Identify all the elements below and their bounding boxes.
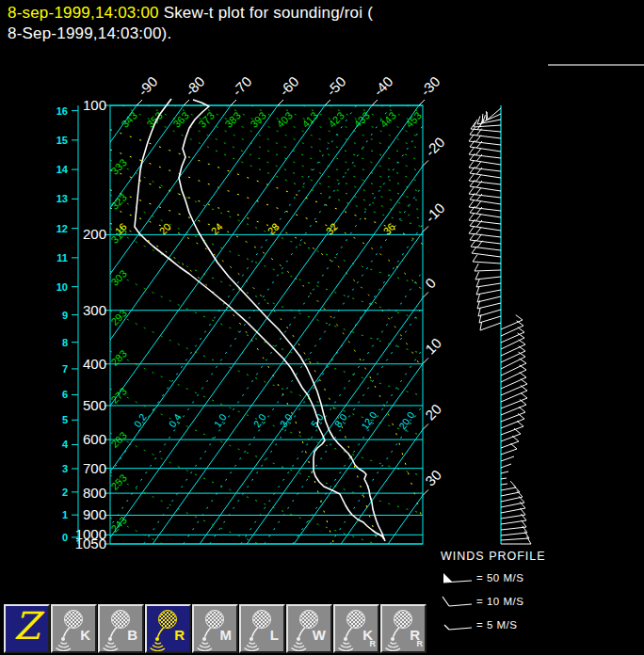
legend-row-50ms: = 50 M/S bbox=[441, 571, 638, 584]
button-sublabel: R bbox=[370, 639, 377, 648]
svg-text:8: 8 bbox=[62, 337, 68, 348]
svg-text:3: 3 bbox=[62, 463, 68, 474]
svg-text:400: 400 bbox=[83, 356, 106, 372]
toolbar-button-w[interactable]: W bbox=[286, 604, 332, 653]
svg-text:253: 253 bbox=[108, 471, 128, 491]
svg-text:900: 900 bbox=[83, 506, 106, 522]
wind-legend-title: WINDS PROFILE bbox=[441, 550, 638, 563]
svg-text:0: 0 bbox=[422, 275, 439, 292]
svg-text:-40: -40 bbox=[370, 73, 395, 99]
svg-text:2.0: 2.0 bbox=[251, 411, 268, 429]
svg-text:-10: -10 bbox=[422, 200, 447, 225]
toolbar-button-m[interactable]: M bbox=[192, 604, 238, 653]
toolbar-button-z[interactable]: Z bbox=[4, 604, 50, 653]
svg-text:10: 10 bbox=[56, 281, 68, 293]
svg-text:20.0: 20.0 bbox=[396, 409, 417, 432]
svg-text:500: 500 bbox=[83, 397, 106, 413]
svg-text:-80: -80 bbox=[182, 73, 207, 99]
button-label: W bbox=[313, 627, 326, 643]
button-label: B bbox=[127, 627, 137, 643]
svg-text:-90: -90 bbox=[135, 73, 160, 99]
svg-text:393: 393 bbox=[248, 109, 267, 129]
button-label: L bbox=[270, 627, 279, 643]
svg-text:13: 13 bbox=[56, 193, 68, 204]
svg-text:273: 273 bbox=[108, 385, 128, 405]
svg-text:2: 2 bbox=[62, 487, 68, 498]
svg-text:243: 243 bbox=[108, 514, 128, 534]
svg-text:1.0: 1.0 bbox=[212, 411, 229, 429]
flag-barb-icon bbox=[441, 571, 473, 584]
svg-text:6: 6 bbox=[62, 389, 68, 400]
toolbar-button-l[interactable]: L bbox=[239, 604, 285, 653]
svg-text:1050: 1050 bbox=[75, 535, 106, 551]
toolbar-button-rr[interactable]: R R bbox=[380, 604, 427, 653]
legend-label: = 50 M/S bbox=[476, 572, 523, 583]
svg-text:0.4: 0.4 bbox=[167, 411, 184, 429]
svg-text:700: 700 bbox=[83, 460, 106, 476]
svg-text:373: 373 bbox=[196, 109, 216, 129]
svg-text:15: 15 bbox=[56, 135, 68, 146]
button-sublabel: R bbox=[417, 639, 424, 648]
svg-text:4: 4 bbox=[62, 439, 69, 450]
svg-text:423: 423 bbox=[326, 109, 346, 129]
svg-text:11: 11 bbox=[56, 252, 68, 264]
svg-text:9: 9 bbox=[62, 310, 68, 321]
svg-text:-70: -70 bbox=[229, 73, 254, 99]
svg-text:12.0: 12.0 bbox=[359, 409, 379, 432]
svg-text:20: 20 bbox=[422, 401, 444, 423]
skew-t-window: { "title": { "datetime_highlight": "8-se… bbox=[0, 0, 644, 655]
svg-text:283: 283 bbox=[108, 347, 128, 367]
toolbar-button-b[interactable]: B bbox=[98, 604, 144, 653]
svg-text:800: 800 bbox=[83, 485, 106, 501]
button-label: M bbox=[220, 627, 233, 643]
button-label: R bbox=[174, 627, 185, 643]
svg-text:5: 5 bbox=[62, 414, 68, 425]
svg-text:600: 600 bbox=[83, 431, 106, 447]
full-barb-icon bbox=[441, 595, 473, 608]
svg-text:-60: -60 bbox=[276, 73, 301, 99]
svg-text:10: 10 bbox=[422, 335, 444, 358]
z-tool-icon: Z bbox=[6, 604, 48, 647]
svg-text:16: 16 bbox=[56, 105, 68, 117]
svg-text:12: 12 bbox=[56, 223, 68, 234]
svg-text:303: 303 bbox=[108, 267, 128, 287]
toolbar-button-kr[interactable]: K R bbox=[333, 604, 379, 653]
svg-text:100: 100 bbox=[83, 97, 106, 113]
legend-row-10ms: = 10 M/S bbox=[441, 595, 638, 608]
half-barb-icon bbox=[441, 618, 473, 631]
svg-text:300: 300 bbox=[83, 302, 106, 318]
toolbar-button-k[interactable]: K bbox=[51, 604, 97, 653]
svg-text:8.0: 8.0 bbox=[332, 411, 349, 429]
button-label: K bbox=[80, 627, 90, 643]
svg-text:1: 1 bbox=[62, 509, 68, 520]
wind-legend: WINDS PROFILE = 50 M/S = 10 M/S = 5 M/S bbox=[441, 550, 638, 642]
svg-text:0.2: 0.2 bbox=[132, 411, 149, 429]
toolbar-button-r[interactable]: R bbox=[145, 604, 191, 653]
svg-text:-50: -50 bbox=[323, 73, 348, 99]
legend-row-5ms: = 5 M/S bbox=[441, 618, 638, 631]
svg-text:343: 343 bbox=[119, 109, 138, 129]
svg-text:403: 403 bbox=[274, 109, 294, 129]
svg-text:-20: -20 bbox=[422, 134, 447, 159]
svg-text:30: 30 bbox=[422, 467, 444, 489]
svg-text:7: 7 bbox=[62, 363, 68, 375]
svg-text:200: 200 bbox=[83, 226, 106, 242]
legend-label: = 5 M/S bbox=[476, 619, 517, 631]
legend-label: = 10 M/S bbox=[476, 596, 523, 607]
svg-text:333: 333 bbox=[108, 156, 128, 176]
svg-text:0: 0 bbox=[62, 532, 68, 543]
svg-text:14: 14 bbox=[56, 164, 69, 175]
svg-text:-30: -30 bbox=[417, 73, 443, 99]
